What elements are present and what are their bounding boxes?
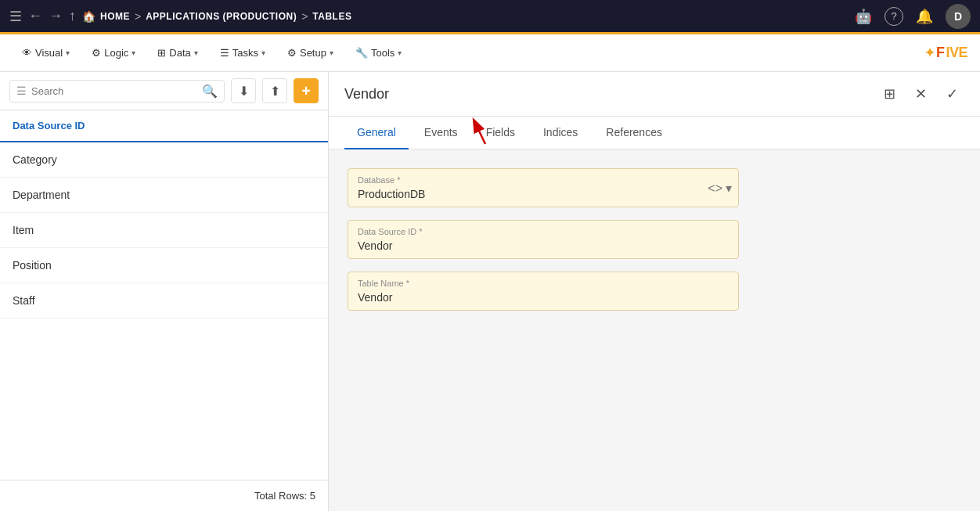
- tab-events[interactable]: Events: [412, 117, 470, 149]
- tabs-bar: General Events Fields Indices References: [329, 117, 980, 149]
- nav-items-left: 👁 Visual ▾ ⚙ Logic ▾ ⊞ Data ▾ ☰ Tasks ▾ …: [13, 42, 411, 63]
- tab-indices[interactable]: Indices: [531, 117, 590, 149]
- database-label: Database *: [358, 175, 729, 185]
- robot-icon[interactable]: 🤖: [855, 8, 872, 25]
- form-area: Database * ProductionDB <> ▾ Data Source…: [329, 149, 980, 511]
- panel-title: Vendor: [344, 86, 389, 103]
- tools-arrow: ▾: [398, 49, 402, 57]
- avatar[interactable]: D: [946, 4, 971, 29]
- five-star-icon: ✦: [924, 45, 935, 60]
- help-icon[interactable]: ?: [885, 7, 903, 26]
- datasource-id-field: Data Source ID * Vendor: [348, 220, 739, 259]
- five-text: F: [936, 45, 945, 61]
- datasource-id-column-label: Data Source ID: [13, 120, 85, 131]
- tasks-label: Tasks: [232, 47, 258, 59]
- breadcrumb-sep2: >: [301, 10, 308, 23]
- nav-visual[interactable]: 👁 Visual ▾: [13, 42, 79, 63]
- nav-logic[interactable]: ⚙ Logic ▾: [82, 42, 145, 63]
- nav-tools[interactable]: 🔧 Tools ▾: [346, 42, 411, 63]
- data-label: Data: [169, 47, 190, 59]
- grid-view-button[interactable]: ⊞: [877, 81, 902, 106]
- upload-icon: ⬆: [270, 84, 280, 99]
- list-item[interactable]: Department: [0, 178, 328, 213]
- list-item[interactable]: Staff: [0, 283, 328, 318]
- panel-actions: ⊞ ✕ ✓: [877, 81, 964, 106]
- download-button[interactable]: ⬇: [231, 78, 256, 103]
- logic-icon: ⚙: [92, 47, 101, 59]
- top-navigation-bar: ☰ ← → ↑ 🏠 HOME > APPLICATIONS (PRODUCTIO…: [0, 0, 980, 34]
- logic-arrow: ▾: [132, 49, 135, 57]
- table-name-label: Table Name *: [358, 279, 729, 288]
- tab-general[interactable]: General: [344, 117, 409, 149]
- database-field: Database * ProductionDB <> ▾: [348, 168, 739, 207]
- setup-label: Setup: [300, 47, 326, 59]
- tab-general-label: General: [357, 126, 396, 139]
- tabs-container: General Events Fields Indices References: [329, 117, 980, 149]
- close-button[interactable]: ✕: [908, 81, 933, 106]
- datasource-id-value[interactable]: Vendor: [358, 239, 729, 252]
- tab-fields-label: Fields: [486, 126, 515, 139]
- home-icon: 🏠: [82, 10, 95, 23]
- list-item[interactable]: Category: [0, 142, 328, 178]
- five-logo: ✦ FIVE: [924, 45, 967, 61]
- tab-fields[interactable]: Fields: [474, 117, 528, 149]
- main-content: ☰ 🔍 ⬇ ⬆ + Data Source ID Category Depart…: [0, 72, 980, 511]
- menu-icon[interactable]: ☰: [9, 8, 22, 25]
- breadcrumb-sep1: >: [135, 10, 141, 23]
- upload-button[interactable]: ⬆: [262, 78, 287, 103]
- breadcrumb-app[interactable]: APPLICATIONS (PRODUCTION): [146, 11, 297, 22]
- up-icon[interactable]: ↑: [69, 8, 76, 24]
- close-icon: ✕: [915, 85, 927, 103]
- item-label: Staff: [13, 294, 35, 307]
- tasks-icon: ☰: [220, 47, 229, 59]
- tab-references-label: References: [606, 126, 662, 139]
- item-label: Department: [13, 189, 70, 201]
- home-label[interactable]: HOME: [100, 11, 130, 22]
- back-icon[interactable]: ←: [28, 8, 42, 24]
- total-rows-label: Total Rows: 5: [254, 490, 315, 502]
- database-value[interactable]: ProductionDB: [358, 188, 729, 200]
- filter-icon: ☰: [16, 85, 27, 97]
- datasource-id-label: Data Source ID *: [358, 227, 729, 236]
- logic-label: Logic: [104, 47, 128, 59]
- nav-tasks[interactable]: ☰ Tasks ▾: [211, 42, 275, 63]
- tab-references[interactable]: References: [593, 117, 675, 149]
- grid-icon: ⊞: [884, 85, 895, 103]
- item-label: Item: [13, 224, 34, 236]
- visual-icon: 👁: [22, 47, 32, 59]
- tab-events-label: Events: [424, 126, 458, 139]
- item-label: Category: [13, 153, 57, 166]
- sidebar-column-header: Data Source ID: [0, 110, 328, 142]
- forward-icon[interactable]: →: [49, 8, 63, 24]
- add-button[interactable]: +: [294, 78, 319, 103]
- ive-text: IVE: [946, 45, 967, 61]
- item-label: Position: [13, 259, 52, 272]
- setup-icon: ⚙: [287, 47, 297, 59]
- sidebar: ☰ 🔍 ⬇ ⬆ + Data Source ID Category Depart…: [0, 72, 329, 511]
- nav-setup[interactable]: ⚙ Setup ▾: [278, 42, 343, 63]
- tools-icon: 🔧: [355, 47, 368, 59]
- breadcrumb: 🏠 HOME > APPLICATIONS (PRODUCTION) > TAB…: [82, 10, 351, 23]
- tools-label: Tools: [371, 47, 395, 59]
- download-icon: ⬇: [239, 84, 249, 99]
- visual-label: Visual: [35, 47, 63, 59]
- expand-icon[interactable]: ▾: [726, 181, 732, 196]
- tab-indices-label: Indices: [543, 126, 578, 139]
- list-item[interactable]: Position: [0, 248, 328, 283]
- list-item[interactable]: Item: [0, 213, 328, 248]
- search-input[interactable]: [31, 85, 197, 97]
- search-icon[interactable]: 🔍: [202, 84, 218, 99]
- table-name-value[interactable]: Vendor: [358, 291, 729, 304]
- setup-arrow: ▾: [330, 49, 333, 57]
- code-icon[interactable]: <>: [708, 181, 722, 195]
- nav-data[interactable]: ⊞ Data ▾: [148, 42, 207, 63]
- sidebar-footer: Total Rows: 5: [0, 480, 328, 511]
- top-bar-left: ☰ ← → ↑ 🏠 HOME > APPLICATIONS (PRODUCTIO…: [9, 8, 848, 25]
- breadcrumb-tables[interactable]: TABLES: [312, 11, 351, 22]
- tasks-arrow: ▾: [261, 49, 265, 57]
- confirm-button[interactable]: ✓: [939, 81, 964, 106]
- data-arrow: ▾: [194, 49, 198, 57]
- bell-icon[interactable]: 🔔: [916, 8, 933, 25]
- top-bar-right: 🤖 ? 🔔 D: [855, 4, 971, 29]
- panel-header: Vendor ⊞ ✕ ✓: [329, 72, 980, 117]
